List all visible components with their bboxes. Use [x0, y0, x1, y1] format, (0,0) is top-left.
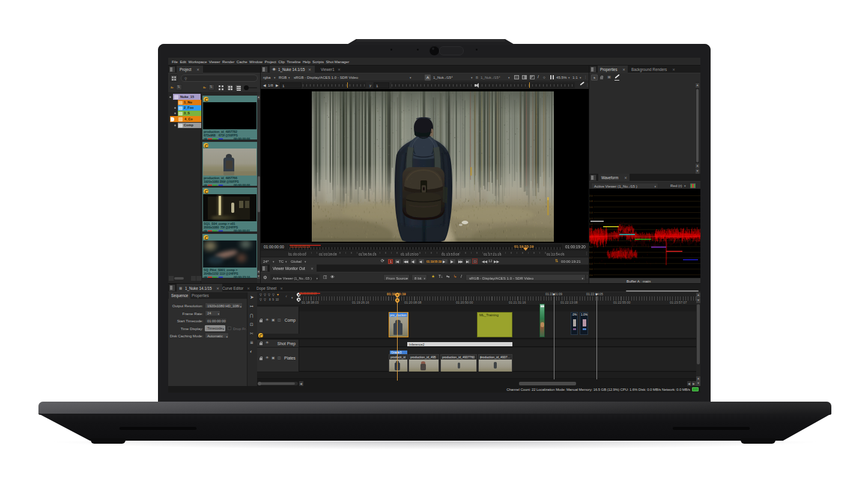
svg-text:0.0: 0.0: [589, 251, 593, 254]
svg-text:1.8: 1.8: [589, 200, 593, 203]
svg-text:0.2: 0.2: [589, 245, 593, 248]
svg-text:0.4: 0.4: [589, 262, 593, 265]
svg-text:2.0: 2.0: [589, 274, 593, 277]
svg-text:1.2: 1.2: [589, 217, 593, 220]
svg-text:2.0: 2.0: [589, 194, 593, 197]
svg-text:1.4: 1.4: [589, 211, 593, 214]
svg-text:1.6: 1.6: [589, 206, 593, 209]
svg-text:1.0: 1.0: [589, 268, 593, 271]
svg-text:1.0: 1.0: [589, 222, 593, 225]
